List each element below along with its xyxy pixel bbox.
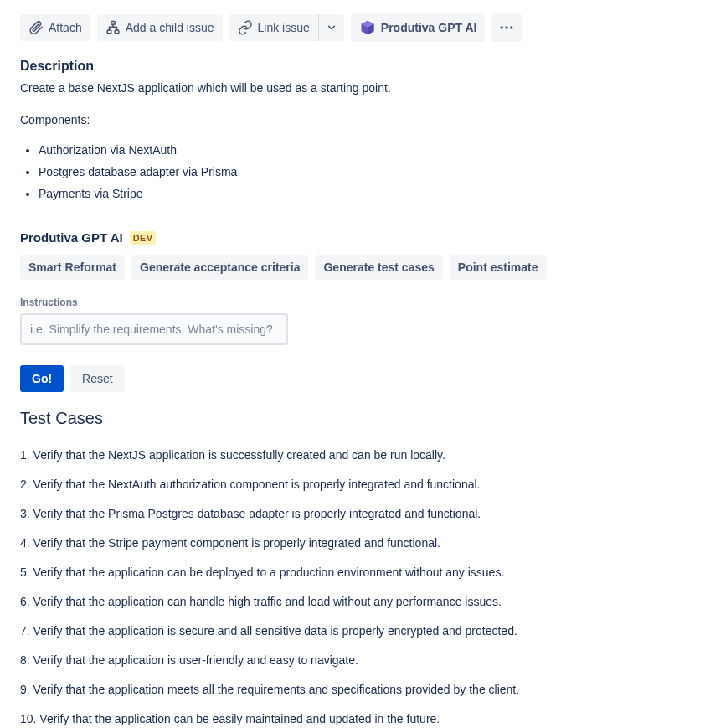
instructions-input[interactable] [20,313,288,345]
dev-badge: DEV [130,231,157,245]
test-case-item: 6. Verify that the application can handl… [20,593,685,611]
components-list: Authorization via NextAuth Postgres data… [22,143,685,200]
paperclip-icon [28,20,44,35]
instructions-label: Instructions [20,297,685,308]
link-issue-split: Link issue [229,14,344,41]
test-case-item: 4. Verify that the Stripe payment compon… [20,534,685,552]
description-body: Create a base NextJS application which w… [20,80,685,200]
go-button[interactable]: Go! [20,365,64,392]
list-item: Postgres database adapter via Prisma [39,165,685,178]
generate-acceptance-criteria-button[interactable]: Generate acceptance criteria [131,255,308,280]
generate-test-cases-button[interactable]: Generate test cases [315,255,442,280]
link-icon [238,20,253,35]
test-case-item: 9. Verify that the application meets all… [20,681,685,699]
list-item: Authorization via NextAuth [39,143,685,157]
point-estimate-button[interactable]: Point estimate [450,255,547,280]
more-actions-button[interactable] [491,13,522,42]
child-issue-icon [105,20,121,35]
chevron-down-icon [326,22,337,34]
test-case-item: 7. Verify that the application is secure… [20,622,685,640]
link-issue-label: Link issue [258,21,310,34]
svg-point-8 [511,26,513,28]
link-issue-dropdown[interactable] [318,14,344,41]
test-case-item: 3. Verify that the Prisma Postgres datab… [20,505,685,523]
attach-button[interactable]: Attach [20,14,90,41]
ai-section: Produtiva GPT AI DEV Smart Reformat Gene… [20,230,685,728]
more-horizontal-icon [498,19,515,36]
ai-section-header: Produtiva GPT AI DEV [20,230,685,245]
components-label: Components: [20,112,685,129]
test-case-item: 10. Verify that the application can be e… [20,710,685,728]
instructions-field: Instructions [20,297,685,345]
test-case-item: 1. Verify that the NextJS application is… [20,447,685,464]
ai-form-buttons: Go! Reset [20,365,685,392]
description-intro: Create a base NextJS application which w… [20,80,685,97]
list-item: Payments via Stripe [39,187,685,200]
svg-point-7 [506,26,508,28]
test-cases-list: 1. Verify that the NextJS application is… [20,447,685,728]
ai-actions-row: Smart Reformat Generate acceptance crite… [20,255,685,280]
link-issue-button[interactable]: Link issue [229,14,318,41]
produtiva-ai-button[interactable]: Produtiva GPT AI [351,13,486,42]
svg-point-6 [501,26,503,28]
issue-toolbar: Attach Add a child issue Link issue [20,13,685,42]
reset-button[interactable]: Reset [70,365,125,392]
smart-reformat-button[interactable]: Smart Reformat [20,255,125,280]
ai-section-title: Produtiva GPT AI [20,230,123,245]
produtiva-logo-icon [359,19,376,36]
test-case-item: 8. Verify that the application is user-f… [20,652,685,669]
description-heading: Description [20,59,685,74]
test-case-item: 5. Verify that the application can be de… [20,564,685,581]
test-cases-heading: Test Cases [20,409,685,428]
attach-label: Attach [49,21,82,34]
produtiva-ai-label: Produtiva GPT AI [381,21,477,34]
add-child-issue-button[interactable]: Add a child issue [97,14,223,41]
test-case-item: 2. Verify that the NextAuth authorizatio… [20,476,685,493]
add-child-label: Add a child issue [126,21,214,34]
